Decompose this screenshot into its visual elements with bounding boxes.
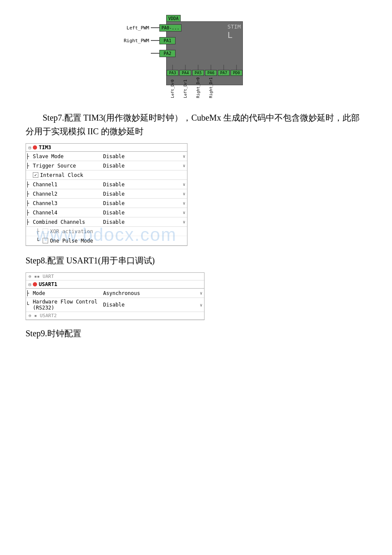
hw-flow-key: Hardware Flow Control (RS232) [31, 298, 101, 312]
collapse-icon[interactable]: ⊟ [29, 145, 31, 150]
pa0-pin: PA0-... [159, 24, 182, 32]
usart1-header: ⊟ USART1 [26, 280, 204, 289]
pa2-pin: PA2 [159, 50, 176, 57]
usart1-title: USART1 [39, 281, 57, 287]
hw-flow-val[interactable]: Disable ∨ [101, 301, 204, 309]
step8-text: Step8.配置 USART1(用于串口调试) [26, 254, 366, 267]
channel4-val[interactable]: Disable ∨ [101, 209, 187, 217]
left-pins: Left_PWM PA0-... Right_PWM PA1 PA2 [124, 21, 182, 60]
combined-channels-val[interactable]: Disable ∨ [101, 218, 187, 226]
left-pwm-pin: Left_PWM PA0-... [124, 21, 182, 34]
channel2-val[interactable]: Disable ∨ [101, 190, 187, 198]
connector [151, 53, 159, 54]
channel3-row: ├ Channel3 Disable ∨ [26, 199, 187, 208]
channel2-dropdown[interactable]: ∨ [183, 191, 185, 196]
chip-label: STIML [228, 23, 241, 40]
pa4-pin: PA4 [179, 70, 191, 76]
tim3-panel: ⊟ TIM3 ├ Slave Mode Disable ∨ ├ Trigger … [26, 143, 187, 246]
pa5-pin: PA5 [192, 70, 204, 76]
slave-mode-key: Slave Mode [31, 153, 101, 160]
usart1-panel: ⊕ ▪▪ UART ⊟ USART1 ├ Mode Asynchronous ∨… [26, 272, 205, 320]
xor-checkbox[interactable] [43, 228, 48, 234]
pa3-label: Left_Dr0 [170, 77, 175, 98]
internal-clock-row[interactable]: ✓ Internal Clock [26, 171, 187, 180]
channel4-key: Channel4 [31, 209, 101, 217]
channel2-row: ├ Channel2 Disable ∨ [26, 189, 187, 199]
trigger-source-dropdown[interactable]: ∨ [183, 163, 185, 168]
tim3-title: TIM3 [39, 145, 51, 150]
pa3-col: PA3 Left_Dr0 [166, 65, 179, 98]
pa7-col: PA7 [217, 65, 230, 98]
mode-val[interactable]: Asynchronous ∨ [101, 289, 204, 297]
pa5-col: PA5 Right_Dr0 [192, 65, 205, 98]
step9-text: Step9.时钟配置 [26, 328, 366, 339]
usart-above-label: ⊕ ▪▪ UART [26, 273, 204, 280]
pa1-pin: PA1 [159, 37, 176, 44]
slave-mode-row: ├ Slave Mode Disable ∨ [26, 152, 187, 161]
bottom-pins: PA3 Left_Dr0 PA4 Left_Dr1 PA5 Right_Dr0 … [166, 65, 243, 98]
connector [151, 40, 159, 41]
internal-clock-checkbox[interactable]: ✓ [33, 172, 38, 178]
left-pwm-label: Left_PWM [124, 25, 149, 31]
pd0-col: PD0 [230, 65, 243, 98]
channel1-val[interactable]: Disable ∨ [101, 181, 187, 188]
connector [151, 27, 159, 28]
one-pulse-checkbox[interactable] [43, 238, 48, 243]
hw-flow-row: └ Hardware Flow Control (RS232) Disable … [26, 298, 204, 312]
usart1-collapse-icon[interactable]: ⊟ [29, 282, 31, 287]
pa5-label: Right_Dr0 [196, 77, 200, 98]
pa2-pin-row: PA2 [124, 47, 182, 60]
channel3-val[interactable]: Disable ∨ [101, 199, 187, 207]
channel4-dropdown[interactable]: ∨ [183, 210, 185, 215]
channel1-row: ├ Channel1 Disable ∨ [26, 180, 187, 189]
one-pulse-indent: └ [36, 238, 39, 244]
chip-diagram: VDDA STIML Left_PWM PA0-... Right_PWM PA… [124, 13, 268, 98]
slave-mode-dropdown[interactable]: ∨ [183, 154, 185, 159]
tim3-header: ⊟ TIM3 [26, 144, 187, 152]
combined-channels-key: Combined Channels [31, 218, 101, 226]
pa4-label: Left_Dr1 [183, 77, 187, 98]
channel3-key: Channel3 [31, 199, 101, 207]
channel4-row: ├ Channel4 Disable ∨ [26, 208, 187, 217]
combined-channels-dropdown[interactable]: ∨ [183, 220, 185, 224]
pa4-col: PA4 Left_Dr1 [179, 65, 192, 98]
mode-dropdown[interactable]: ∨ [200, 291, 202, 295]
trigger-source-val[interactable]: Disable ∨ [101, 162, 187, 170]
pa7-pin: PA7 [218, 70, 230, 76]
channel3-dropdown[interactable]: ∨ [183, 201, 185, 205]
trigger-source-row: ├ Trigger Source Disable ∨ [26, 161, 187, 171]
pa6-col: PA6 Right_Dr1 [205, 65, 217, 98]
pa6-label: Right_Dr1 [209, 77, 213, 98]
pa3-pin: PA3 [167, 70, 179, 76]
internal-clock-label: Internal Clock [40, 172, 83, 178]
step7-text: Step7.配置 TIM3(用作微妙延时时钟），CubeMx 生成的代码中不包含… [26, 111, 366, 138]
mode-key: Mode [31, 289, 101, 297]
channel2-key: Channel2 [31, 190, 101, 198]
usart-below-label: ⊕ ▪ USART2 [26, 312, 204, 320]
xor-indent: ├ [36, 228, 39, 234]
tim3-dot [33, 145, 37, 150]
xor-row: ├ XOR activation [26, 227, 187, 236]
one-pulse-row[interactable]: └ One Pulse Mode [26, 236, 187, 246]
slave-mode-val[interactable]: Disable ∨ [101, 153, 187, 160]
one-pulse-label: One Pulse Mode [50, 238, 93, 244]
channel1-dropdown[interactable]: ∨ [183, 182, 185, 187]
chip-diagram-section: VDDA STIML Left_PWM PA0-... Right_PWM PA… [26, 13, 366, 98]
channel1-key: Channel1 [31, 181, 101, 188]
trigger-source-key: Trigger Source [31, 162, 101, 170]
hw-flow-dropdown[interactable]: ∨ [200, 303, 202, 307]
pa6-pin: PA6 [205, 70, 217, 76]
combined-channels-row: ├ Combined Channels Disable ∨ [26, 217, 187, 227]
right-pwm-pin: Right_PWM PA1 [124, 34, 182, 47]
mode-row: ├ Mode Asynchronous ∨ [26, 289, 204, 298]
pd0-pin: PD0 [231, 70, 242, 76]
right-pwm-label: Right_PWM [124, 38, 149, 43]
xor-label: XOR activation [50, 228, 93, 234]
usart1-dot [33, 282, 37, 286]
